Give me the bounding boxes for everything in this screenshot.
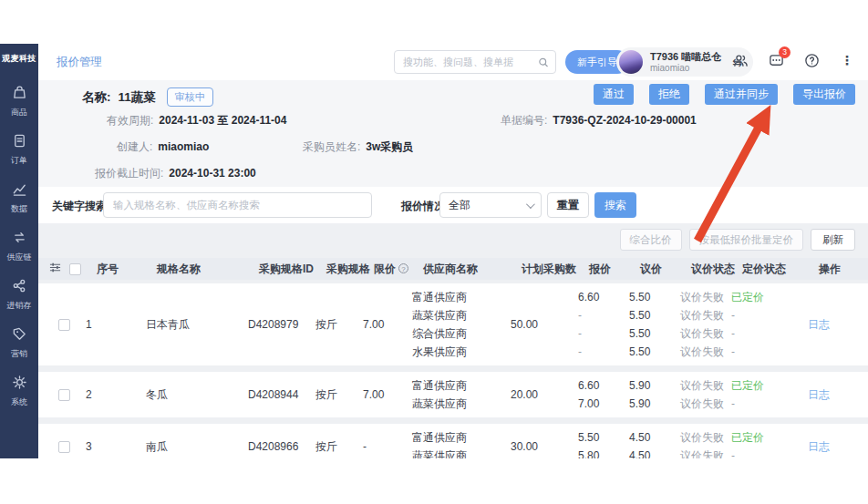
row-checkbox[interactable]	[58, 319, 70, 331]
nego-status: 议价失败	[680, 428, 731, 447]
log-link[interactable]: 日志	[788, 386, 850, 404]
row-index: 1	[86, 315, 133, 334]
planned-qty: 50.00	[511, 315, 578, 334]
sidebar-item-inventory[interactable]: 进销存	[7, 278, 32, 312]
breadcrumb[interactable]: 报价管理	[57, 55, 102, 70]
quote-name: 11蔬菜	[119, 89, 156, 106]
help-circle-icon[interactable]: ?	[398, 263, 408, 273]
sidebar-item-system[interactable]: 系统	[11, 375, 27, 408]
log-link[interactable]: 日志	[788, 315, 850, 334]
quote-price: 5.50	[578, 428, 629, 447]
nego-price: 5.50	[629, 324, 680, 343]
more-menu-icon[interactable]: ⋮	[839, 52, 855, 68]
name-label: 名称:	[82, 89, 111, 106]
approve-and-sync-button[interactable]: 通过并同步	[705, 84, 778, 105]
quote-price: -	[578, 324, 629, 343]
brand-logo: 观麦科技	[0, 44, 38, 65]
spec-name: 南瓜	[133, 437, 235, 456]
doc-number-field: 单据编号:T7936-QZ-2024-10-29-00001	[501, 113, 697, 129]
share-nodes-icon	[12, 278, 27, 297]
row-checkbox[interactable]	[58, 441, 70, 453]
limit-price: 7.00	[363, 315, 412, 334]
supplier-name: 蔬菜供应商	[412, 447, 511, 458]
reset-button[interactable]: 重置	[547, 192, 589, 218]
topbar: 报价管理 新手引导 T7936 喵喵总仓 miaomiao ⇆ 3 ⋮	[38, 44, 868, 80]
quote-price: -	[578, 343, 629, 361]
supplier-name: 水果供应商	[412, 343, 511, 361]
chart-icon	[12, 181, 27, 201]
keyword-input[interactable]	[103, 192, 372, 218]
nego-status: 议价失败	[680, 376, 731, 395]
row-index: 2	[86, 386, 133, 404]
order-doc-icon	[12, 133, 27, 152]
quote-status-select[interactable]: 全部	[439, 192, 542, 218]
supplier-name: 蔬菜供应商	[412, 395, 511, 413]
quote-price: 6.60	[578, 288, 629, 306]
quote-price: 7.00	[578, 395, 629, 413]
select-all-checkbox[interactable]	[69, 263, 81, 275]
nego-status: 议价失败	[680, 395, 731, 413]
app-window: 观麦科技 商品 订单 数据 供应链 进销存	[0, 44, 868, 458]
column-settings-icon[interactable]	[49, 262, 69, 276]
row-checkbox[interactable]	[58, 389, 70, 401]
table-header: 序号 规格名称 采购规格ID 采购规格 限价? 供应商名称 计划采购数 报价 议…	[38, 258, 868, 280]
creator-field: 创建人:miaomiao	[117, 139, 209, 155]
planned-qty: 30.00	[511, 437, 578, 456]
messages-icon[interactable]: 3	[768, 52, 784, 68]
purchase-spec: 按斤	[315, 437, 363, 456]
price-status: 已定价	[731, 376, 788, 395]
spec-id: D4208966	[235, 437, 315, 456]
spec-name: 冬瓜	[133, 386, 235, 404]
price-status: 已定价	[731, 428, 788, 447]
price-status: -	[731, 447, 788, 458]
sidebar-item-goods[interactable]: 商品	[11, 85, 27, 118]
global-search-input[interactable]	[395, 57, 538, 67]
supplier-name: 富通供应商	[412, 288, 511, 306]
export-quote-button[interactable]: 导出报价	[793, 84, 855, 105]
help-icon[interactable]	[803, 52, 820, 68]
quote-list: 综合比价 按最低报价批量定价 刷新 序号 规格名称 采购规格ID 采购规格 限价…	[38, 223, 868, 458]
contacts-icon[interactable]	[732, 52, 749, 68]
spec-name: 日本青瓜	[133, 315, 235, 334]
planned-qty: 20.00	[511, 386, 578, 404]
tag-icon	[12, 326, 27, 345]
quote-price: 5.80	[578, 447, 629, 458]
nego-status: 议价失败	[680, 324, 731, 343]
row-checkbox-cell	[58, 315, 86, 334]
sidebar-item-orders[interactable]: 订单	[11, 133, 27, 167]
approve-button[interactable]: 通过	[594, 84, 634, 105]
sidebar-item-supply-chain[interactable]: 供应链	[7, 230, 32, 263]
buyer-name-field: 采购员姓名:3w采购员	[303, 139, 413, 155]
nego-price: 5.90	[629, 376, 680, 395]
sidebar: 观麦科技 商品 订单 数据 供应链 进销存	[0, 44, 38, 458]
nego-price: 5.50	[629, 343, 680, 361]
nego-price: 5.50	[629, 288, 680, 306]
nego-price: 4.50	[629, 447, 680, 458]
nego-status: 议价失败	[680, 447, 731, 458]
price-status: 已定价	[731, 288, 788, 306]
search-icon	[538, 57, 549, 68]
table-row: 3南瓜D4208966按斤-30.00富通供应商5.504.50议价失败已定价蔬…	[38, 424, 868, 458]
quote-price: 6.60	[578, 376, 629, 395]
compare-button[interactable]: 综合比价	[620, 229, 682, 251]
quote-header: 名称: 11蔬菜 审核中 通过 拒绝 通过并同步 导出报价 有效周期:2024-…	[38, 80, 868, 187]
price-status: -	[731, 395, 788, 413]
purchase-spec: 按斤	[315, 386, 363, 404]
supply-arrows-icon	[12, 230, 27, 249]
table-row: 2冬瓜D4208944按斤7.0020.00富通供应商6.605.90议价失败已…	[38, 372, 868, 417]
price-status: -	[731, 306, 788, 324]
reject-button[interactable]: 拒绝	[649, 84, 689, 105]
refresh-button[interactable]: 刷新	[811, 229, 855, 251]
quote-price: -	[578, 306, 629, 324]
log-link[interactable]: 日志	[788, 437, 850, 456]
nego-price: 5.90	[629, 395, 680, 413]
search-button[interactable]: 搜索	[594, 192, 636, 218]
batch-price-button[interactable]: 按最低报价批量定价	[689, 229, 804, 251]
nego-price: 4.50	[629, 428, 680, 447]
notification-badge: 3	[779, 46, 790, 58]
sidebar-item-marketing[interactable]: 营销	[11, 326, 27, 360]
user-name: miaomiao	[650, 63, 721, 74]
sidebar-item-data[interactable]: 数据	[11, 181, 27, 215]
row-index: 3	[86, 437, 133, 456]
row-checkbox-cell	[58, 386, 86, 404]
